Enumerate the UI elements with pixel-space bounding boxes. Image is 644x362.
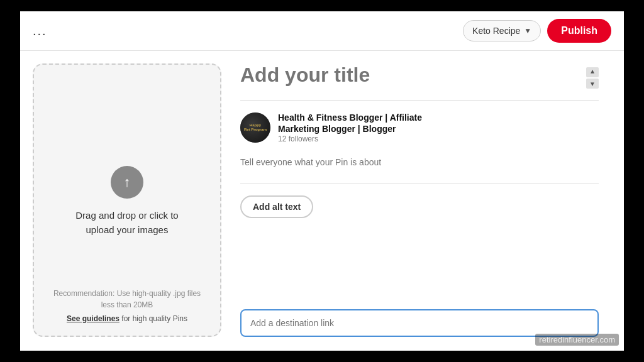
avatar-text: Happy Ret Program	[244, 123, 267, 132]
scroll-arrows: ▼ ▼	[586, 63, 599, 89]
top-bar: ... Keto Recipe ▼ Publish	[20, 11, 624, 51]
profile-followers: 12 followers	[278, 134, 422, 143]
scroll-down-arrow[interactable]: ▼	[586, 79, 599, 89]
board-select[interactable]: Keto Recipe ▼	[463, 20, 541, 41]
right-panel: ▼ ▼ Happy Ret Program Health & Fitness B…	[240, 63, 611, 337]
upload-recommendation: Recommendation: Use high-quality .jpg fi…	[53, 288, 201, 310]
destination-link-container	[240, 303, 599, 337]
title-divider	[240, 100, 599, 101]
description-divider	[240, 184, 599, 184]
title-input[interactable]	[240, 63, 581, 87]
destination-link-input[interactable]	[240, 309, 599, 337]
board-select-label: Keto Recipe	[472, 26, 520, 36]
upload-arrow-icon: ↑	[123, 174, 130, 190]
top-bar-right: Keto Recipe ▼ Publish	[463, 19, 611, 43]
upload-icon: ↑	[111, 166, 143, 199]
profile-name: Health & Fitness Blogger | Affiliate Mar…	[278, 112, 422, 134]
scroll-up-arrow[interactable]: ▼	[586, 67, 599, 77]
upload-guidelines: Add alt text See guidelines for high qua…	[53, 314, 201, 323]
menu-dots[interactable]: ...	[33, 24, 47, 38]
title-row: ▼ ▼	[240, 63, 599, 89]
profile-row: Happy Ret Program Health & Fitness Blogg…	[240, 112, 599, 143]
upload-text: Drag and drop or click to upload your im…	[75, 209, 178, 237]
guidelines-suffix: for high quality Pins	[119, 314, 187, 323]
chevron-down-icon: ▼	[524, 26, 531, 35]
publish-button[interactable]: Publish	[547, 19, 611, 43]
screen: ... Keto Recipe ▼ Publish ↑ Drag and dro…	[20, 11, 624, 351]
guidelines-link-text[interactable]: See guidelines	[67, 314, 119, 323]
upload-bottom: Recommendation: Use high-quality .jpg fi…	[53, 288, 201, 323]
alt-text-button[interactable]: Add alt text	[240, 195, 313, 218]
avatar-inner: Happy Ret Program	[240, 112, 270, 143]
profile-info: Health & Fitness Blogger | Affiliate Mar…	[278, 112, 422, 143]
avatar: Happy Ret Program	[240, 112, 270, 143]
description-input[interactable]	[240, 152, 599, 172]
upload-area[interactable]: ↑ Drag and drop or click to upload your …	[33, 63, 221, 337]
main-content: ↑ Drag and drop or click to upload your …	[20, 51, 624, 349]
